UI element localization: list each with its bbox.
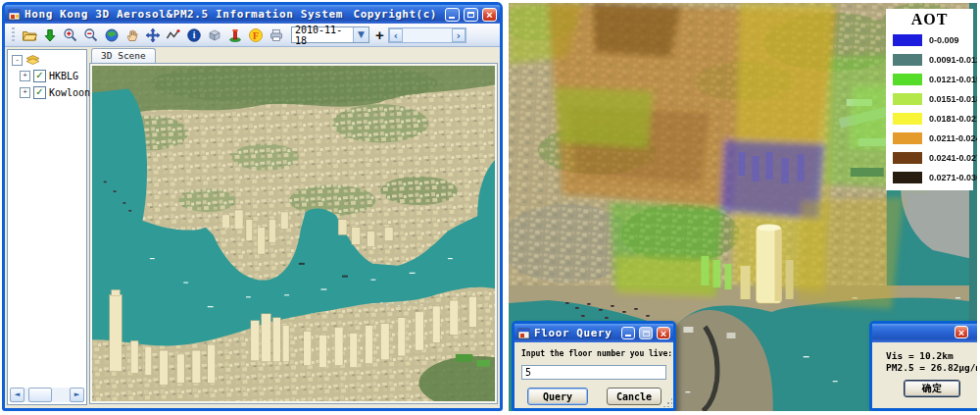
- ok-button[interactable]: 确定: [904, 380, 960, 397]
- info-button[interactable]: i: [184, 26, 203, 44]
- date-combobox[interactable]: 2010-11-18 ▼: [291, 26, 369, 43]
- scene-tabbar: 3D Scene: [89, 48, 499, 63]
- minimize-button[interactable]: [621, 327, 635, 339]
- legend-swatch: [893, 34, 922, 46]
- scene-box-button[interactable]: [205, 26, 223, 44]
- cancel-button[interactable]: Cancle: [607, 388, 662, 405]
- date-value: 2010-11-18: [292, 25, 353, 46]
- legend-label: 0.0091-0.012: [929, 55, 977, 65]
- result-titlebar[interactable]: [872, 324, 977, 342]
- dialog-title: Floor Query: [534, 327, 612, 339]
- map-viewport[interactable]: [89, 63, 498, 404]
- main-titlebar[interactable]: Hong Kong 3D Aerosol&PM2.5 Information S…: [5, 5, 500, 24]
- legend-label: 0.0181-0.021: [929, 114, 977, 124]
- open-folder-button[interactable]: [20, 26, 38, 44]
- scroll-left-icon[interactable]: ◄: [10, 388, 24, 402]
- screenshot-stage: Hong Kong 3D Aerosol&PM2.5 Information S…: [0, 0, 980, 415]
- close-button[interactable]: [482, 8, 497, 22]
- import-layer-button[interactable]: [40, 26, 59, 44]
- legend-row: 0-0.009: [886, 30, 973, 50]
- height-marker-icon: [227, 27, 243, 43]
- maximize-button[interactable]: [639, 327, 653, 339]
- scroll-left-icon[interactable]: ‹: [389, 28, 403, 42]
- legend-row: 0.0241-0.027: [886, 148, 973, 168]
- measure-icon: [166, 27, 181, 43]
- aot-3d-view[interactable]: AOT 0-0.009 0.0091-0.012 0.0121-0.015 0.…: [509, 3, 977, 411]
- legend-label: 0.0241-0.027: [929, 153, 977, 163]
- svg-text:i: i: [192, 30, 195, 40]
- minimize-button[interactable]: [445, 8, 460, 22]
- legend-swatch: [893, 54, 922, 66]
- layer-label[interactable]: Kowloon: [49, 87, 90, 98]
- expand-icon[interactable]: +: [20, 71, 30, 81]
- move-button[interactable]: [143, 26, 162, 44]
- scroll-right-icon[interactable]: ›: [452, 28, 466, 42]
- layer-checkbox[interactable]: [33, 70, 46, 82]
- maximize-button[interactable]: [464, 8, 478, 22]
- legend-row: 0.0121-0.015: [886, 70, 973, 89]
- window-content: - + HKBLG + Kowloon ◄: [5, 47, 500, 406]
- globe-button[interactable]: [102, 26, 121, 44]
- tab-3d-scene[interactable]: 3D Scene: [91, 48, 156, 63]
- time-scroll-track[interactable]: [403, 28, 452, 42]
- combo-dropdown-icon[interactable]: ▼: [353, 27, 368, 42]
- main-toolbar: i F 2010-11-18 ▼ + ‹ ›: [5, 24, 500, 47]
- app-icon: [8, 8, 21, 21]
- tree-horizontal-scrollbar[interactable]: ◄ ►: [10, 388, 84, 402]
- hongkong-3d-map[interactable]: [92, 66, 495, 401]
- floor-query-titlebar[interactable]: Floor Query: [514, 324, 673, 342]
- window-title: Hong Kong 3D Aerosol&PM2.5 Information S…: [24, 8, 343, 21]
- close-button[interactable]: [955, 326, 968, 338]
- scene-column: 3D Scene: [89, 48, 499, 406]
- pan-hand-icon: [124, 27, 140, 43]
- toolbar-grip: [12, 27, 15, 42]
- svg-text:F: F: [253, 30, 259, 40]
- time-scrollbar[interactable]: ‹ ›: [388, 27, 466, 43]
- tree-item-hkblg[interactable]: + HKBLG: [20, 70, 86, 82]
- measure-button[interactable]: [164, 26, 182, 44]
- dialog-icon: [517, 327, 530, 339]
- open-folder-icon: [22, 27, 37, 43]
- pan-button[interactable]: [122, 26, 141, 44]
- layer-label[interactable]: HKBLG: [49, 71, 78, 81]
- legend-row: 0.0091-0.012: [886, 50, 973, 70]
- legend-swatch: [893, 152, 922, 164]
- floor-query-buttons: Query Cancle: [521, 388, 666, 405]
- expand-icon[interactable]: +: [20, 87, 30, 98]
- result-body: Vis = 10.2km PM2.5 = 26.82µg/m3: [872, 342, 977, 374]
- height-marker-button[interactable]: [225, 26, 244, 44]
- legend-row: 0.0181-0.021: [886, 109, 973, 129]
- collapse-icon[interactable]: -: [12, 55, 23, 66]
- legend-label: 0.0151-0.018: [929, 94, 977, 104]
- zoom-in-button[interactable]: [61, 26, 79, 44]
- layer-checkbox[interactable]: [33, 86, 46, 99]
- layer-tree-panel: - + HKBLG + Kowloon ◄: [7, 49, 87, 405]
- legend-swatch: [893, 172, 922, 183]
- legend-title: AOT: [886, 10, 973, 30]
- floor-number-input[interactable]: [521, 365, 666, 380]
- vis-value: Vis = 10.2km: [886, 350, 977, 362]
- legend-swatch: [893, 74, 922, 85]
- main-window: Hong Kong 3D Aerosol&PM2.5 Information S…: [2, 2, 503, 411]
- close-button[interactable]: [657, 327, 670, 339]
- legend-label: 0.0121-0.015: [929, 75, 977, 84]
- zoom-out-icon: [83, 27, 99, 43]
- query-button[interactable]: Query: [527, 388, 588, 405]
- legend-row: 0.0151-0.018: [886, 89, 973, 109]
- copyright-text: Copyright(c): [354, 8, 437, 21]
- print-button[interactable]: [267, 26, 285, 44]
- legend-label: 0-0.009: [929, 35, 959, 45]
- scroll-thumb[interactable]: [28, 388, 52, 402]
- tree-item-kowloon[interactable]: + Kowloon: [20, 86, 86, 99]
- fly-button[interactable]: F: [246, 26, 265, 44]
- add-date-button[interactable]: +: [375, 26, 384, 43]
- print-icon: [269, 27, 284, 43]
- info-icon: i: [186, 27, 202, 43]
- move-icon: [145, 27, 161, 43]
- zoom-out-button[interactable]: [81, 26, 100, 44]
- scroll-right-icon[interactable]: ►: [70, 388, 84, 402]
- legend-label: 0.0271-0.030: [929, 173, 977, 182]
- globe-icon: [104, 27, 120, 43]
- tree-root-row[interactable]: -: [12, 54, 86, 66]
- floor-query-dialog: Floor Query Input the floor number you l…: [512, 321, 676, 411]
